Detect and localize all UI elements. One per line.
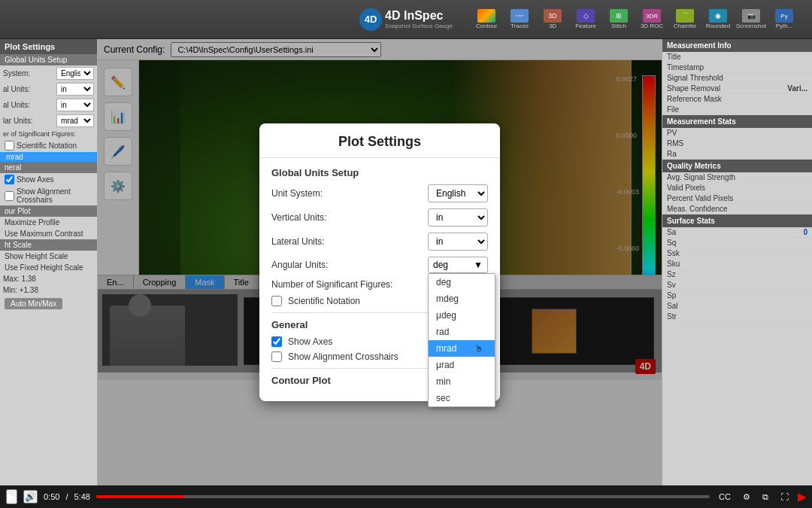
sidebar-show-height[interactable]: Show Height Scale [0, 251, 97, 262]
modal-angular-units-label: Angular Units: [271, 260, 422, 270]
current-time: 0:50 [44, 492, 59, 501]
rs-pctvalid-row: Percent Valid Pixels [662, 193, 812, 204]
rs-timestamp-row: Timestamp [662, 62, 812, 73]
modal-overlay: Plot Settings Global Units Setup Unit Sy… [98, 39, 662, 485]
rs-shape-row: Shape RemovalVari... [662, 84, 812, 94]
rs-confidence-row: Meas. Confidence [662, 204, 812, 214]
miniplayer-button[interactable]: ⧉ [759, 491, 771, 503]
sidebar-crosshairs-checkbox[interactable] [5, 191, 14, 201]
volume-button[interactable]: 🔊 [23, 490, 38, 503]
logo-icon: 4D [359, 8, 382, 31]
lateral-units-select[interactable]: in mm μm [428, 233, 488, 251]
player-settings-button[interactable]: ⚙ [740, 491, 753, 503]
chamfer-label: Chamfer [674, 23, 697, 29]
sidebar-system-label: System: [3, 69, 55, 78]
rs-file-row: File [662, 105, 812, 115]
3droc-button[interactable]: 3DR 3D ROC [636, 3, 668, 36]
sidebar-lateral-row: al Units: in [0, 97, 97, 113]
top-toolbar: 4D 4D InSpec Snapshot Surface Gauge Cont… [0, 0, 812, 39]
3d-button[interactable]: 3D 3D [537, 3, 568, 36]
sidebar-showaxes-label: Show Axes [17, 175, 92, 184]
python-button[interactable]: Py Pyth... [768, 3, 800, 36]
angular-option-sec[interactable]: sec [429, 390, 495, 406]
sidebar-showaxes-checkbox[interactable] [5, 175, 14, 184]
sidebar-scientific-checkbox[interactable] [5, 141, 14, 151]
angular-units-select[interactable]: deg ▼ [428, 257, 488, 273]
rs-sq-row: Sq [662, 238, 812, 248]
sidebar-vertical-select[interactable]: in [56, 83, 94, 96]
rs-sa-row: Sa0 [662, 227, 812, 238]
rs-ra-row: Ra [662, 149, 812, 160]
modal-unit-system-row: Unit System: English Metric SI [271, 184, 488, 202]
scientific-notation-checkbox[interactable] [271, 296, 282, 306]
rs-sz-row: Sz [662, 269, 812, 280]
rs-signal-row: Signal Threshold [662, 73, 812, 84]
rs-sku-row: Sku [662, 259, 812, 269]
sidebar-dropdown-mrad[interactable]: mrad [0, 152, 97, 162]
sidebar-lateral-select[interactable]: in [56, 99, 94, 111]
contour-button[interactable]: Contour [471, 3, 502, 36]
sidebar-angular-select[interactable]: deg mdeg μdeg rad mrad [56, 114, 94, 127]
sidebar-maximize-profile[interactable]: Maximize Profile [0, 217, 97, 228]
sidebar-sigfig-label: er of Significant Figures: [3, 130, 94, 138]
rounded-icon: ◉ [709, 9, 727, 23]
sidebar-fixed-height[interactable]: Use Fixed Height Scale [0, 262, 97, 273]
sidebar-vertical-row: al Units: in [0, 81, 97, 97]
sidebar-contour-title: our Plot [0, 205, 97, 217]
modal-lateral-units-row: Lateral Units: in mm μm [271, 233, 488, 251]
progress-bar[interactable] [96, 495, 710, 498]
screenshot-button[interactable]: 📷 Screenshot [735, 3, 767, 36]
feature-button[interactable]: ◇ Feature [570, 3, 601, 36]
sidebar-automin-button[interactable]: Auto Min/Max [5, 298, 62, 309]
feature-label: Feature [575, 23, 596, 29]
sidebar-scientific-label: Scientific Notation [17, 141, 92, 150]
unit-system-select[interactable]: English Metric SI [428, 184, 488, 202]
angular-option-mdeg[interactable]: mdeg [429, 291, 495, 307]
chamfer-button[interactable]: ⌒ Chamfer [669, 3, 701, 36]
cc-button[interactable]: CC [716, 491, 734, 503]
angular-option-udeg[interactable]: μdeg [429, 307, 495, 324]
play-button[interactable]: ▶ [6, 489, 17, 504]
vertical-units-select[interactable]: in mm μm [428, 208, 488, 227]
sidebar-min-label: Min: +1.38 [3, 286, 94, 294]
rs-str-row: Str [662, 312, 812, 322]
angular-option-min[interactable]: min [429, 373, 495, 390]
rs-refmask-row: Reference Mask [662, 94, 812, 105]
rounded-button[interactable]: ◉ Rounded [702, 3, 734, 36]
traces-button[interactable]: 〰 Traces [504, 3, 535, 36]
angular-chevron-icon: ▼ [474, 260, 483, 270]
sidebar-height-title: ht Scale [0, 239, 97, 251]
sidebar-sigfig-row: er of Significant Figures: [0, 129, 97, 139]
angular-option-rad[interactable]: rad [429, 324, 495, 340]
modal-angular-units-row: Angular Units: deg ▼ deg mdeg μdeg rad m… [271, 257, 488, 273]
chamfer-icon: ⌒ [676, 9, 694, 23]
rs-sv-row: Sv [662, 280, 812, 291]
rs-ssk-row: Ssk [662, 248, 812, 259]
stitch-button[interactable]: ⊞ Stitch [603, 3, 635, 36]
show-axes-checkbox[interactable] [271, 336, 282, 347]
plot-settings-modal: Plot Settings Global Units Setup Unit Sy… [259, 123, 500, 401]
sidebar-angular-row: lar Units: deg mdeg μdeg rad mrad [0, 113, 97, 129]
sidebar-global-units-title: Global Units Setup [0, 54, 97, 65]
3d-icon: 3D [544, 9, 562, 23]
stitch-label: Stitch [611, 23, 626, 29]
show-alignment-checkbox[interactable] [271, 351, 282, 362]
unit-system-dropdown-container: English Metric SI [428, 184, 488, 202]
angular-option-urad[interactable]: μrad [429, 357, 495, 373]
app-logo: 4D 4D InSpec Snapshot Surface Gauge [359, 8, 453, 31]
stitch-icon: ⊞ [610, 9, 628, 23]
angular-option-deg[interactable]: deg [429, 274, 495, 291]
modal-title: Plot Settings [259, 123, 500, 158]
feature-icon: ◇ [577, 9, 595, 23]
app-subtitle: Snapshot Surface Gauge [385, 23, 453, 29]
modal-vertical-units-label: Vertical Units: [271, 212, 422, 223]
angular-option-mrad[interactable]: mrad 🖱 [429, 340, 495, 357]
python-icon: Py [775, 9, 793, 23]
sidebar-showaxes-row: Show Axes [0, 173, 97, 186]
toolbar-icons: Contour 〰 Traces 3D 3D ◇ Feature ⊞ Stitc… [471, 3, 806, 36]
fullscreen-button[interactable]: ⛶ [777, 491, 792, 503]
app-title: 4D InSpec [385, 9, 453, 23]
sidebar-system-select[interactable]: English [56, 67, 94, 80]
rs-pv-row: PV [662, 128, 812, 138]
sidebar-max-contrast[interactable]: Use Maximum Contrast [0, 228, 97, 239]
